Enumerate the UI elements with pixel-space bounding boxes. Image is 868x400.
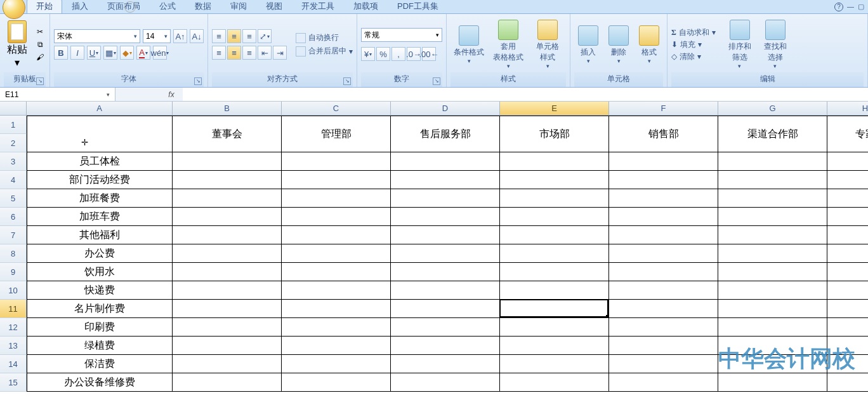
cell[interactable] [282, 171, 391, 189]
cell[interactable] [609, 208, 718, 226]
header-cell[interactable]: 管理部 [282, 116, 391, 152]
row-header-13[interactable]: 13 [0, 337, 27, 355]
cell[interactable] [173, 337, 282, 355]
cell[interactable] [718, 373, 827, 392]
row-headers[interactable]: 123456789101112131415 [0, 116, 27, 392]
cell[interactable] [718, 281, 827, 300]
header-cell[interactable]: 销售部 [609, 116, 718, 152]
cell[interactable] [609, 300, 718, 318]
cell[interactable] [609, 337, 718, 355]
cell[interactable] [718, 300, 827, 318]
cell[interactable] [282, 189, 391, 208]
cell[interactable] [282, 244, 391, 263]
cell[interactable] [500, 189, 609, 208]
tab-addin[interactable]: 加载项 [344, 0, 388, 13]
decrease-decimal-button[interactable]: .00← [422, 47, 436, 61]
cell[interactable] [500, 171, 609, 189]
cell[interactable] [827, 318, 868, 337]
row-header-8[interactable]: 8 [0, 244, 27, 263]
cell[interactable] [609, 226, 718, 244]
border-button[interactable]: ▦▾ [103, 46, 117, 60]
cut-button[interactable]: ✂ [34, 26, 46, 37]
cell[interactable] [500, 226, 609, 244]
decrease-font-button[interactable]: A↓ [190, 29, 204, 43]
tab-home[interactable]: 开始 [27, 0, 62, 13]
help-icon[interactable]: ? [834, 3, 843, 11]
sort-filter-button[interactable]: 排序和 筛选▾ [723, 18, 756, 70]
cell[interactable] [609, 244, 718, 263]
cell[interactable]: 快递费 [27, 281, 173, 300]
tab-pdf[interactable]: PDF工具集 [388, 0, 448, 13]
col-header-B[interactable]: B [173, 102, 282, 116]
font-name-combo[interactable]: 宋体▾ [54, 29, 140, 43]
cell[interactable]: 加班车费 [27, 208, 173, 226]
font-color-button[interactable]: A▾ [136, 46, 150, 60]
cell[interactable] [500, 300, 609, 318]
cell[interactable] [500, 263, 609, 281]
increase-indent-button[interactable]: ⇥ [273, 46, 287, 60]
cell[interactable] [609, 152, 718, 171]
format-painter-button[interactable]: 🖌 [34, 51, 46, 63]
format-button[interactable]: 格式▾ [635, 24, 663, 65]
cell[interactable] [609, 281, 718, 300]
cell[interactable] [718, 152, 827, 171]
dialog-launcher-icon[interactable]: ↘ [36, 77, 44, 85]
cell[interactable] [173, 318, 282, 337]
conditional-format-button[interactable]: 条件格式▾ [450, 24, 487, 65]
col-header-G[interactable]: G [718, 102, 827, 116]
cell[interactable]: 印刷费 [27, 318, 173, 337]
cell[interactable] [391, 189, 500, 208]
cell[interactable] [282, 226, 391, 244]
number-format-combo[interactable]: 常规▾ [361, 28, 442, 42]
increase-font-button[interactable]: A↑ [173, 29, 187, 43]
row-header-15[interactable]: 15 [0, 373, 27, 392]
comma-button[interactable]: , [391, 47, 405, 61]
row-header-5[interactable]: 5 [0, 189, 27, 208]
dialog-launcher-icon[interactable]: ↘ [194, 77, 202, 85]
format-as-table-button[interactable]: 套用 表格格式▾ [490, 18, 527, 70]
cell[interactable] [391, 263, 500, 281]
cell[interactable] [500, 373, 609, 392]
row-header-7[interactable]: 7 [0, 226, 27, 244]
find-select-button[interactable]: 查找和 选择▾ [759, 18, 792, 70]
header-cell[interactable]: 售后服务部 [391, 116, 500, 152]
row-header-3[interactable]: 3 [0, 152, 27, 171]
row-header-12[interactable]: 12 [0, 318, 27, 337]
cell[interactable] [718, 171, 827, 189]
cell[interactable] [173, 373, 282, 392]
header-cell[interactable]: 董事会 [173, 116, 282, 152]
row-header-10[interactable]: 10 [0, 281, 27, 300]
dialog-launcher-icon[interactable]: ↘ [433, 77, 440, 85]
restore-icon[interactable]: ▢ [858, 3, 864, 11]
cell[interactable] [391, 208, 500, 226]
autosum-button[interactable]: Σ自动求和▾ [671, 27, 716, 38]
col-header-A[interactable]: A [27, 102, 173, 116]
insert-button[interactable]: 插入▾ [574, 24, 602, 65]
cell[interactable] [282, 337, 391, 355]
align-middle-button[interactable]: ≡ [227, 29, 241, 43]
tab-formula[interactable]: 公式 [150, 0, 185, 13]
cell[interactable] [827, 373, 868, 392]
cell[interactable] [173, 189, 282, 208]
cell[interactable] [827, 281, 868, 300]
cell[interactable] [609, 318, 718, 337]
fill-button[interactable]: ⬇填充▾ [671, 39, 716, 50]
tab-view[interactable]: 视图 [256, 0, 292, 13]
align-bottom-button[interactable]: ≡ [242, 29, 256, 43]
fill-color-button[interactable]: ◆▾ [120, 46, 134, 60]
cell[interactable] [391, 300, 500, 318]
cell[interactable] [391, 373, 500, 392]
cell[interactable] [609, 373, 718, 392]
row-header-6[interactable]: 6 [0, 208, 27, 226]
delete-button[interactable]: 删除▾ [605, 24, 633, 65]
tab-insert[interactable]: 插入 [62, 0, 98, 13]
percent-button[interactable]: % [376, 47, 390, 61]
col-header-E[interactable]: E [500, 102, 609, 116]
header-cell[interactable]: 渠道合作部 [718, 116, 827, 152]
orientation-button[interactable]: ⤢▾ [258, 29, 272, 43]
cell[interactable] [609, 189, 718, 208]
cell[interactable] [609, 263, 718, 281]
row-header-2[interactable]: 2 [0, 134, 27, 152]
tab-data[interactable]: 数据 [185, 0, 221, 13]
cell[interactable] [173, 171, 282, 189]
